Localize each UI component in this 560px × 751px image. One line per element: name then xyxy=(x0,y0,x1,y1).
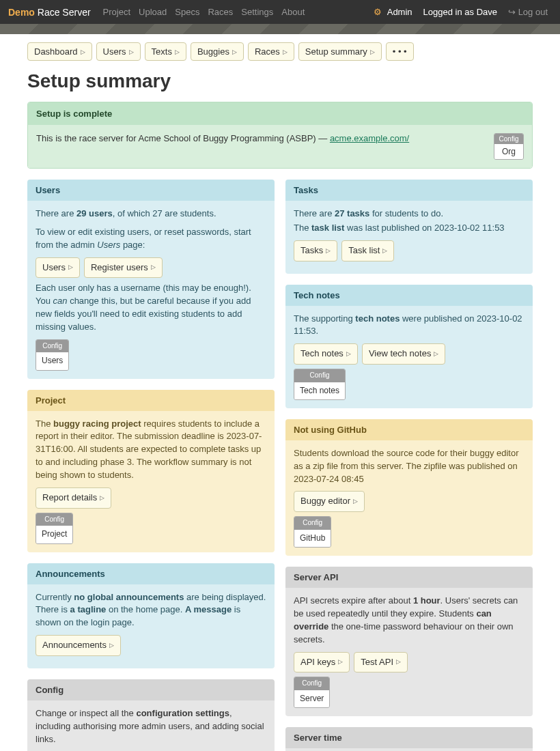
gear-icon: ⚙ xyxy=(374,7,382,17)
users-button[interactable]: Users▷ xyxy=(36,257,80,279)
card-server-time: Server time 2023-10-02 17:32:41 BST (+01… xyxy=(285,727,533,751)
setup-complete-title: Setup is complete xyxy=(28,102,532,125)
config-org-button[interactable]: Config Org xyxy=(494,133,524,160)
setup-complete-desc: This is the race server for Acme School … xyxy=(36,133,409,143)
test-api-button[interactable]: Test API▷ xyxy=(354,652,408,673)
buggy-editor-button[interactable]: Buggy editor▷ xyxy=(294,491,365,512)
banner-stripe xyxy=(0,24,560,34)
nav-settings[interactable]: Settings xyxy=(241,7,273,17)
card-announcements: Announcements Currently no global announ… xyxy=(27,563,275,668)
task-list-button[interactable]: Task list▷ xyxy=(341,240,394,261)
tech-notes-button[interactable]: Tech notes▷ xyxy=(294,343,358,365)
pill-more[interactable]: • • • xyxy=(386,42,414,61)
report-details-button[interactable]: Report details▷ xyxy=(36,487,111,509)
org-link[interactable]: acme.example.com/ xyxy=(330,133,409,143)
view-tech-notes-button[interactable]: View tech notes▷ xyxy=(362,343,446,365)
nav-upload[interactable]: Upload xyxy=(139,7,167,17)
tasks-button[interactable]: Tasks▷ xyxy=(294,240,337,261)
pill-texts[interactable]: Texts▷ xyxy=(145,42,186,61)
card-users: Users There are 29 users, of which 27 ar… xyxy=(27,180,275,379)
pill-buggies[interactable]: Buggies▷ xyxy=(191,42,244,61)
announcements-button[interactable]: Announcements▷ xyxy=(36,635,121,656)
logged-in-label: Logged in as Dave xyxy=(423,7,497,17)
nav-admin[interactable]: Admin xyxy=(387,7,412,17)
nav-specs[interactable]: Specs xyxy=(175,7,199,17)
config-technotes-button[interactable]: ConfigTech notes xyxy=(294,369,346,400)
nav-project[interactable]: Project xyxy=(103,7,130,17)
config-users-button[interactable]: ConfigUsers xyxy=(36,339,69,371)
card-project: Project The buggy racing project require… xyxy=(27,390,275,552)
card-server-api: Server API API secrets expire after abou… xyxy=(285,567,533,716)
main-navbar: Demo Race Server Project Upload Specs Ra… xyxy=(0,0,560,24)
register-users-button[interactable]: Register users▷ xyxy=(84,257,163,279)
config-server-api-button[interactable]: ConfigServer xyxy=(294,677,330,708)
api-keys-button[interactable]: API keys▷ xyxy=(294,652,350,673)
card-tasks: Tasks There are 27 tasks for students to… xyxy=(285,180,533,274)
pill-races[interactable]: Races▷ xyxy=(248,42,294,61)
nav-about[interactable]: About xyxy=(281,7,305,17)
config-project-button[interactable]: ConfigProject xyxy=(36,513,73,544)
nav-races[interactable]: Races xyxy=(208,7,233,17)
pill-users[interactable]: Users▷ xyxy=(96,42,141,61)
card-config: Config Change or inspect all the configu… xyxy=(27,679,275,751)
triangle-icon: ▷ xyxy=(81,48,85,55)
pill-dashboard[interactable]: Dashboard▷ xyxy=(27,42,92,61)
brand[interactable]: Demo Race Server xyxy=(8,7,91,18)
pill-setup-summary[interactable]: Setup summary▷ xyxy=(298,42,382,61)
config-github-button[interactable]: ConfigGitHub xyxy=(294,516,331,548)
card-github: Not using GitHub Students download the s… xyxy=(285,419,533,556)
admin-pill-row: Dashboard▷ Users▷ Texts▷ Buggies▷ Races▷… xyxy=(27,42,533,61)
setup-complete-panel: Setup is complete This is the race serve… xyxy=(27,102,533,169)
nav-logout[interactable]: ↪ Log out xyxy=(508,7,548,17)
card-tech-notes: Tech notes The supporting tech notes wer… xyxy=(285,285,533,408)
page-title: Setup summary xyxy=(27,70,533,92)
